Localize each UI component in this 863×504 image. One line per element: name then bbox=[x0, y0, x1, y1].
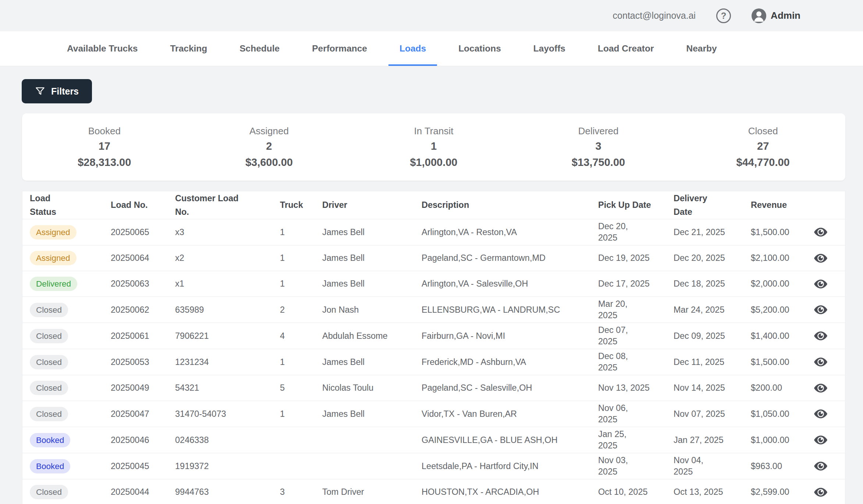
cell-description: Pageland,SC - Germantown,MD bbox=[422, 253, 598, 263]
summary-count: 27 bbox=[757, 140, 769, 152]
status-badge: Closed bbox=[30, 485, 68, 499]
cell-load-status: Closed bbox=[30, 407, 111, 421]
cell-load-status: Closed bbox=[30, 355, 111, 369]
cell-driver: Jon Nash bbox=[322, 305, 422, 315]
user-menu[interactable]: Admin bbox=[752, 8, 800, 23]
tab-label: Load Creator bbox=[598, 43, 654, 54]
cell-description: Frederick,MD - Ashburn,VA bbox=[422, 357, 598, 367]
summary-label: Delivered bbox=[578, 125, 619, 137]
view-load-button[interactable] bbox=[810, 277, 832, 291]
tab-label: Nearby bbox=[686, 43, 717, 54]
view-load-button[interactable] bbox=[810, 251, 832, 266]
tab-nearby[interactable]: Nearby bbox=[675, 31, 728, 66]
table-row: Booked 20250045 1919372 Leetsdale,PA - H… bbox=[22, 453, 845, 479]
eye-icon bbox=[814, 383, 827, 393]
table-row: Assigned 20250065 x3 1 James Bell Arling… bbox=[22, 219, 845, 245]
cell-load-no: 20250065 bbox=[111, 227, 175, 237]
view-load-button[interactable] bbox=[810, 381, 832, 395]
cell-truck: 3 bbox=[280, 487, 322, 497]
view-load-button[interactable] bbox=[810, 459, 832, 473]
summary-count: 17 bbox=[99, 140, 110, 152]
tab-performance[interactable]: Performance bbox=[301, 31, 378, 66]
cell-load-status: Assigned bbox=[30, 251, 111, 265]
tab-layoffs[interactable]: Layoffs bbox=[522, 31, 576, 66]
eye-icon bbox=[814, 461, 827, 471]
status-badge: Booked bbox=[30, 459, 70, 473]
tab-load-creator[interactable]: Load Creator bbox=[587, 31, 665, 66]
cell-actions bbox=[810, 407, 842, 421]
summary-count: 1 bbox=[431, 140, 437, 152]
eye-icon bbox=[814, 227, 827, 237]
table-row: Delivered 20250063 x1 1 James Bell Arlin… bbox=[22, 271, 845, 297]
status-badge: Closed bbox=[30, 355, 68, 369]
summary-amount: $28,313.00 bbox=[78, 156, 131, 168]
cell-customer-load-no: 1919372 bbox=[175, 461, 280, 471]
tab-loads[interactable]: Loads bbox=[388, 31, 437, 66]
cell-delivery-date: Nov 07, 2025 bbox=[674, 407, 751, 421]
cell-delivery-date: Nov 14, 2025 bbox=[674, 381, 751, 395]
cell-description: Fairburn,GA - Novi,MI bbox=[422, 331, 598, 341]
summary-label: Booked bbox=[88, 125, 121, 137]
summary-label: In Transit bbox=[414, 125, 454, 137]
summary-label: Closed bbox=[748, 125, 778, 137]
cell-driver: James Bell bbox=[322, 357, 422, 367]
help-button[interactable]: ? bbox=[716, 8, 731, 23]
cell-pickup-date: Oct 10, 2025 bbox=[598, 485, 674, 499]
loads-table: Load Status Load No. Customer Load No. T… bbox=[22, 191, 845, 504]
cell-load-status: Booked bbox=[30, 433, 111, 447]
cell-customer-load-no: 31470-54073 bbox=[175, 409, 280, 419]
view-load-button[interactable] bbox=[810, 225, 832, 239]
cell-customer-load-no: x1 bbox=[175, 279, 280, 289]
cell-revenue: $1,500.00 bbox=[751, 227, 810, 237]
column-header: Load Status bbox=[30, 192, 111, 219]
cell-driver: Abdulah Essome bbox=[322, 331, 422, 341]
cell-driver: James Bell bbox=[322, 227, 422, 237]
column-header: Truck bbox=[280, 198, 322, 212]
eye-icon bbox=[814, 305, 827, 315]
tab-locations[interactable]: Locations bbox=[447, 31, 512, 66]
view-load-button[interactable] bbox=[810, 302, 832, 317]
cell-load-status: Closed bbox=[30, 485, 111, 499]
view-load-button[interactable] bbox=[810, 485, 832, 500]
cell-delivery-date: Dec 09, 2025 bbox=[674, 329, 751, 343]
cell-description: Arlington,VA - Salesville,OH bbox=[422, 279, 598, 289]
cell-delivery-date: Mar 24, 2025 bbox=[674, 303, 751, 317]
cell-revenue: $1,000.00 bbox=[751, 435, 810, 445]
cell-delivery-date: Dec 18, 2025 bbox=[674, 277, 751, 291]
view-load-button[interactable] bbox=[810, 355, 832, 369]
view-load-button[interactable] bbox=[810, 433, 832, 447]
question-mark-icon: ? bbox=[721, 11, 727, 20]
cell-pickup-date: Dec 07, 2025 bbox=[598, 323, 674, 349]
cell-actions bbox=[810, 225, 842, 239]
cell-truck: 5 bbox=[280, 383, 322, 393]
cell-revenue: $1,050.00 bbox=[751, 409, 810, 419]
eye-icon bbox=[814, 279, 827, 289]
tab-tracking[interactable]: Tracking bbox=[159, 31, 218, 66]
column-header: Driver bbox=[322, 198, 422, 212]
eye-icon bbox=[814, 253, 827, 263]
cell-description: ELLENSBURG,WA - LANDRUM,SC bbox=[422, 305, 598, 315]
tab-label: Tracking bbox=[170, 43, 207, 54]
tab-available-trucks[interactable]: Available Trucks bbox=[56, 31, 149, 66]
cell-load-status: Closed bbox=[30, 303, 111, 317]
status-badge: Assigned bbox=[30, 251, 77, 265]
tab-schedule[interactable]: Schedule bbox=[228, 31, 291, 66]
view-load-button[interactable] bbox=[810, 329, 832, 343]
view-load-button[interactable] bbox=[810, 407, 832, 421]
cell-pickup-date: Nov 06, 2025 bbox=[598, 401, 674, 427]
cell-actions bbox=[810, 381, 842, 395]
table-row: Closed 20250053 1231234 1 James Bell Fre… bbox=[22, 349, 845, 375]
cell-customer-load-no: 0246338 bbox=[175, 435, 280, 445]
user-name: Admin bbox=[771, 10, 800, 21]
avatar bbox=[752, 8, 766, 23]
cell-actions bbox=[810, 485, 842, 500]
table-header-row: Load Status Load No. Customer Load No. T… bbox=[22, 191, 845, 219]
tab-label: Performance bbox=[312, 43, 367, 54]
summary-count: 2 bbox=[266, 140, 272, 152]
status-badge: Booked bbox=[30, 433, 70, 447]
cell-customer-load-no: 7906221 bbox=[175, 331, 280, 341]
cell-pickup-date: Jan 25, 2025 bbox=[598, 427, 674, 453]
filters-button[interactable]: Filters bbox=[22, 79, 92, 103]
cell-load-status: Delivered bbox=[30, 277, 111, 291]
table-row: Closed 20250044 9944763 3 Tom Driver HOU… bbox=[22, 479, 845, 504]
